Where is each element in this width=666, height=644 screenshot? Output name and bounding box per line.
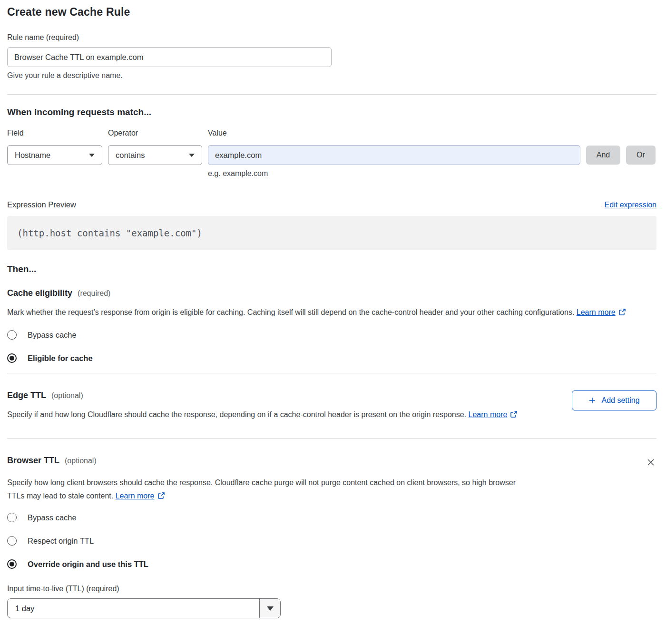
radio-icon-checked[interactable] (7, 559, 17, 569)
browser-ttl-header: Browser TTL (optional) (7, 456, 97, 466)
chevron-down-icon (267, 606, 274, 611)
value-hint: e.g. example.com (208, 169, 656, 178)
learn-more-label: Learn more (469, 410, 508, 419)
ttl-select[interactable]: 1 day (7, 598, 281, 618)
edge-ttl-description-text: Specify if and how long Cloudflare shoul… (7, 410, 469, 419)
browser-ttl-learn-more-link[interactable]: Learn more (116, 492, 165, 500)
close-icon (646, 458, 656, 467)
match-section-heading: When incoming requests match... (7, 107, 656, 117)
chevron-down-icon (89, 154, 95, 157)
radio-option-override-origin-ttl[interactable]: Override origin and use this TTL (7, 559, 656, 569)
radio-icon[interactable] (7, 513, 17, 522)
external-link-icon (618, 308, 626, 316)
operator-label: Operator (108, 129, 202, 137)
rule-name-label: Rule name (required) (7, 33, 656, 42)
cache-eligibility-description-text: Mark whether the request’s response from… (7, 308, 577, 316)
rule-name-help: Give your rule a descriptive name. (7, 71, 656, 80)
edge-ttl-qualifier: (optional) (51, 391, 83, 400)
ttl-input-label: Input time-to-live (TTL) (required) (7, 585, 656, 593)
radio-option-eligible-for-cache[interactable]: Eligible for cache (7, 353, 656, 363)
radio-label: Eligible for cache (28, 354, 93, 363)
edge-ttl-learn-more-link[interactable]: Learn more (469, 410, 518, 419)
add-setting-label: Add setting (601, 396, 639, 405)
radio-icon[interactable] (7, 536, 17, 546)
edge-ttl-left: Edge TTL (optional) Specify if and how l… (7, 390, 518, 421)
cache-eligibility-learn-more-link[interactable]: Learn more (577, 308, 626, 316)
cache-eligibility-title: Cache eligibility (7, 288, 72, 298)
divider (7, 438, 656, 439)
cache-eligibility-header: Cache eligibility (required) (7, 288, 656, 298)
radio-label: Override origin and use this TTL (28, 560, 148, 569)
external-link-icon (510, 410, 518, 418)
expression-preview-label: Expression Preview (7, 200, 76, 209)
cache-eligibility-qualifier: (required) (78, 289, 110, 298)
browser-ttl-description: Specify how long client browsers should … (7, 476, 520, 503)
edge-ttl-header: Edge TTL (optional) (7, 390, 518, 400)
radio-label: Respect origin TTL (28, 537, 94, 546)
radio-option-respect-origin-ttl[interactable]: Respect origin TTL (7, 536, 656, 546)
browser-ttl-qualifier: (optional) (65, 457, 97, 465)
value-label: Value (208, 129, 580, 137)
browser-ttl-section-header: Browser TTL (optional) (7, 456, 656, 469)
edit-expression-link[interactable]: Edit expression (605, 201, 656, 209)
match-labels-row: Field Operator Value (7, 129, 656, 137)
ttl-select-arrow-button[interactable] (259, 599, 280, 618)
cache-eligibility-description: Mark whether the request’s response from… (7, 306, 641, 319)
operator-select[interactable]: contains (108, 145, 202, 165)
edge-ttl-title: Edge TTL (7, 390, 46, 400)
add-setting-button[interactable]: Add setting (572, 390, 656, 410)
expression-code-block: (http.host contains "example.com") (7, 216, 656, 250)
page-title: Create new Cache Rule (7, 6, 656, 19)
radio-label: Bypass cache (28, 513, 77, 522)
operator-select-value: contains (116, 151, 145, 160)
external-link-icon (157, 492, 165, 499)
plus-icon (588, 397, 596, 404)
then-heading: Then... (7, 264, 656, 274)
divider (7, 373, 656, 373)
and-button[interactable]: And (586, 146, 620, 165)
expression-header-row: Expression Preview Edit expression (7, 200, 656, 209)
field-label: Field (7, 129, 102, 137)
create-cache-rule-form: Create new Cache Rule Rule name (require… (0, 0, 666, 627)
browser-ttl-title: Browser TTL (7, 456, 59, 466)
radio-icon-checked[interactable] (7, 353, 17, 363)
divider (7, 94, 656, 95)
remove-browser-ttl-button[interactable] (645, 457, 656, 469)
field-select[interactable]: Hostname (7, 145, 102, 165)
radio-option-bypass-cache[interactable]: Bypass cache (7, 330, 656, 340)
radio-icon[interactable] (7, 330, 17, 340)
browser-ttl-description-text: Specify how long client browsers should … (7, 478, 516, 500)
chevron-down-icon (189, 154, 195, 157)
edge-ttl-section-header: Edge TTL (optional) Specify if and how l… (7, 390, 656, 421)
rule-name-input[interactable] (7, 47, 332, 67)
radio-label: Bypass cache (28, 331, 77, 340)
or-button[interactable]: Or (626, 146, 656, 165)
learn-more-label: Learn more (577, 308, 616, 316)
ttl-select-value: 1 day (8, 599, 259, 618)
field-select-value: Hostname (15, 151, 50, 160)
learn-more-label: Learn more (116, 492, 155, 500)
match-controls-row: Hostname contains And Or (7, 145, 656, 165)
expression-code: (http.host contains "example.com") (17, 228, 202, 238)
radio-option-browser-bypass-cache[interactable]: Bypass cache (7, 513, 656, 522)
edge-ttl-description: Specify if and how long Cloudflare shoul… (7, 408, 518, 421)
value-input[interactable] (208, 145, 580, 165)
